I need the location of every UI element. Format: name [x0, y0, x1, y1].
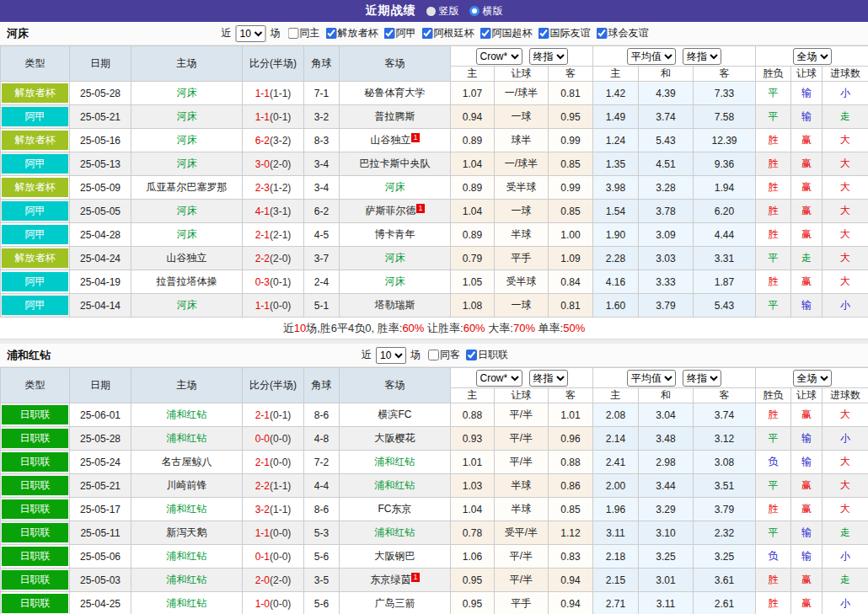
half-score: (3-1) [270, 206, 291, 217]
checkbox-input[interactable] [422, 28, 433, 39]
odds-final-select[interactable]: 终指 [529, 48, 568, 65]
odds-away: 0.95 [549, 105, 593, 129]
odds-away: 0.86 [549, 474, 593, 498]
odds-home: 0.95 [451, 592, 495, 614]
summary-segment: 近 [283, 322, 294, 334]
scope-select[interactable]: 全场 [793, 370, 832, 387]
checkbox-input[interactable] [538, 28, 549, 39]
odds-away: 0.99 [549, 176, 593, 200]
match-row: 阿甲25-04-19拉普拉塔体操0-3(0-1)2-4河床1.05受半球0.84… [1, 270, 868, 294]
header-select-group: 全场 [756, 46, 868, 67]
checkbox-input[interactable] [480, 28, 491, 39]
avg-away: 3.25 [694, 545, 756, 569]
match-date: 25-05-13 [70, 152, 131, 176]
avg-final-select[interactable]: 终指 [683, 48, 721, 65]
checkbox-label: 国际友谊 [550, 26, 591, 40]
match-type-badge: 日职联 [2, 523, 68, 542]
avg-source-select[interactable]: 平均值 [627, 48, 676, 65]
home-team-name: 河床 [177, 134, 197, 146]
away-team-cell: 广岛三箭 [340, 592, 451, 614]
result-handicap: 赢 [791, 270, 822, 294]
match-type-badge: 阿甲 [2, 201, 68, 221]
away-team-cell: 大阪钢巴 [340, 545, 451, 569]
odds-source-select[interactable]: Crow* [476, 48, 522, 65]
same-venue-checkbox[interactable]: 同主 [288, 26, 320, 40]
radio-vertical[interactable]: 竖版 [426, 4, 459, 19]
avg-home: 2.18 [593, 545, 639, 569]
checkbox-input[interactable] [466, 350, 477, 360]
home-team-name: 河床 [177, 205, 197, 216]
result-goals: 走 [822, 521, 868, 545]
checkbox-input[interactable] [326, 28, 337, 39]
home-team-cell: 拉普拉塔体操 [131, 270, 243, 294]
match-type-cell: 日职联 [1, 403, 70, 427]
odds-source-select[interactable]: Crow* [476, 370, 522, 387]
odds-away: 1.12 [549, 521, 593, 545]
odds-final-select[interactable]: 终指 [529, 370, 568, 387]
avg-final-select[interactable]: 终指 [683, 370, 721, 387]
league-filter-checkbox[interactable]: 日职联 [466, 348, 508, 362]
result-goals: 小 [822, 294, 868, 318]
checkbox-input[interactable] [428, 350, 439, 360]
red-card-badge: 1 [411, 573, 419, 582]
result-goals: 大 [822, 474, 868, 498]
odds-home: 0.89 [451, 176, 495, 200]
avg-source-select[interactable]: 平均值 [627, 370, 676, 387]
results-table: 类型日期主场比分(半场)角球客场Crow*终指平均值终指全场主让球客主和客胜负让… [0, 45, 868, 318]
radio-horizontal[interactable]: 横版 [469, 4, 503, 19]
match-type-cell: 解放者杯 [1, 82, 70, 105]
match-type-cell: 日职联 [1, 451, 70, 474]
half-score: (0-1) [270, 276, 291, 288]
column-subheader: 进球数 [822, 67, 868, 82]
match-type-badge: 日职联 [2, 429, 68, 448]
result-handicap: 输 [791, 294, 822, 318]
radio-selected-icon [469, 6, 480, 16]
scope-select[interactable]: 全场 [793, 48, 832, 65]
league-filter-checkbox[interactable]: 阿甲 [384, 26, 416, 40]
checkbox-input[interactable] [597, 28, 608, 39]
full-score: 2-3 [255, 182, 270, 194]
odds-home: 1.06 [451, 545, 495, 569]
home-team-cell: 河床 [131, 200, 243, 223]
red-card-badge: 1 [416, 204, 424, 213]
result-handicap: 赢 [791, 129, 822, 152]
home-team-cell: 瓜亚基尔巴塞罗那 [131, 176, 243, 200]
recent-count-select[interactable]: 10 [236, 25, 266, 42]
away-team-name: 横滨FC [378, 408, 412, 420]
away-team-name: 广岛三箭 [375, 597, 415, 609]
table-header-row: 类型日期主场比分(半场)角球客场Crow*终指平均值终指全场 [1, 368, 868, 388]
match-date: 25-05-06 [70, 545, 131, 569]
checkbox-input[interactable] [384, 28, 395, 39]
home-team-name: 名古屋鲸八 [162, 456, 212, 467]
avg-draw: 3.74 [639, 105, 694, 129]
corners: 5-6 [304, 592, 340, 614]
home-team-cell: 河床 [131, 223, 243, 247]
match-date: 25-05-16 [70, 129, 131, 152]
same-venue-checkbox[interactable]: 同客 [428, 348, 460, 362]
recent-count-select[interactable]: 10 [376, 347, 406, 364]
avg-away: 7.33 [694, 82, 756, 105]
full-score: 2-2 [255, 253, 270, 264]
league-filter-checkbox[interactable]: 球会友谊 [597, 26, 649, 40]
odds-away: 0.85 [549, 200, 593, 223]
checkbox-input[interactable] [288, 28, 299, 39]
odds-home: 0.95 [451, 569, 495, 592]
checkbox-label: 阿甲 [396, 26, 416, 40]
league-filter-checkbox[interactable]: 阿国超杯 [480, 26, 533, 40]
avg-home: 2.71 [593, 592, 639, 614]
league-filter-checkbox[interactable]: 国际友谊 [538, 26, 591, 40]
odds-away: 0.83 [549, 545, 593, 569]
corners: 4-5 [304, 223, 340, 247]
match-type-badge: 日职联 [2, 547, 68, 566]
match-type-badge: 解放者杯 [2, 248, 68, 268]
half-score: (0-0) [270, 300, 291, 312]
full-score: 0-1 [255, 551, 270, 563]
match-date: 25-05-28 [70, 82, 131, 105]
full-score: 4-1 [255, 206, 270, 217]
odds-away: 0.96 [549, 427, 593, 451]
league-filter-checkbox[interactable]: 阿根廷杯 [422, 26, 474, 40]
score-cell: 0-0(0-0) [243, 427, 304, 451]
column-header: 客场 [340, 368, 451, 403]
league-filter-checkbox[interactable]: 解放者杯 [326, 26, 378, 40]
avg-away: 1.94 [694, 176, 756, 200]
